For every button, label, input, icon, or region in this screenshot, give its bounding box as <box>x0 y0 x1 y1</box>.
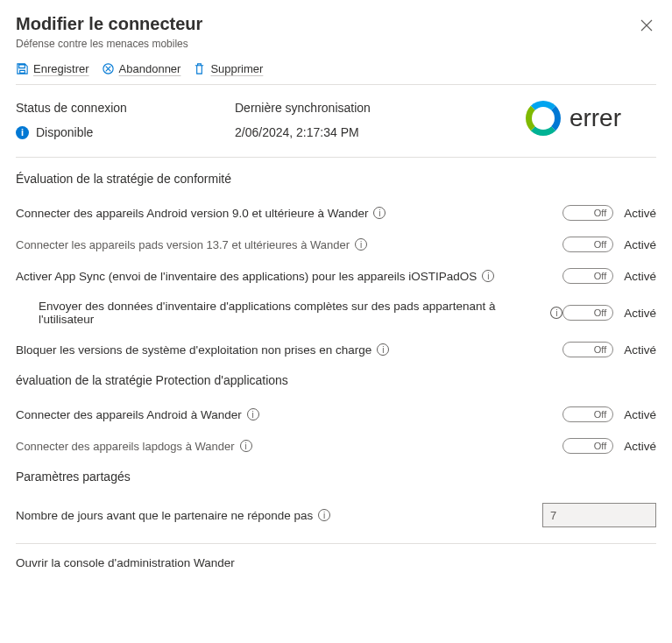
toggle-pads-compliance[interactable]: Off <box>562 237 613 252</box>
connection-status-label: Status de connexion <box>16 101 217 115</box>
divider <box>16 543 656 544</box>
setting-appsync: Activer App Sync (envoi de l'inventaire … <box>16 270 562 283</box>
info-icon[interactable]: i <box>247 408 259 420</box>
setting-full-inventory: Envoyer des données d'inventaire d'appli… <box>16 300 562 326</box>
brand-circle-icon <box>526 101 561 136</box>
setting-block-unsupported: Bloquer les versions de système d'exploi… <box>16 343 562 357</box>
toggle-appsync[interactable]: Off <box>562 268 613 284</box>
info-icon[interactable]: i <box>377 343 389 356</box>
save-label: Enregistrer <box>33 62 89 75</box>
delete-label: Supprimer <box>210 62 263 75</box>
days-input[interactable] <box>542 503 656 527</box>
page-title: Modifier le connecteur <box>16 14 202 34</box>
save-button[interactable]: Enregistrer <box>16 62 89 75</box>
divider <box>16 84 656 85</box>
toggle-on-label: Activé <box>624 307 656 320</box>
lastsync-value: 2/06/2024, 2:17:34 PM <box>235 125 359 139</box>
setting-days-unresponsive: Nombre de jours avant que le partenaire … <box>16 509 542 522</box>
section-compliance: Évaluation de la stratégie de conformité <box>16 172 656 186</box>
setting-lapdogs-app: Connecter des appareils lapdogs à Wander… <box>16 440 562 453</box>
discard-button[interactable]: Abandonner <box>102 62 181 75</box>
info-icon[interactable]: i <box>373 207 386 219</box>
toggle-on-label: Activé <box>624 238 656 251</box>
info-icon[interactable]: i <box>550 307 562 319</box>
toggle-on-label: Activé <box>624 207 656 220</box>
page-subtitle: Défense contre les menaces mobiles <box>16 38 202 50</box>
brand-text: errer <box>569 104 621 132</box>
toggle-on-label: Activé <box>624 270 656 283</box>
divider <box>16 157 656 158</box>
toggle-android-compliance[interactable]: Off <box>562 205 613 221</box>
discard-icon <box>102 62 115 75</box>
discard-label: Abandonner <box>119 62 181 75</box>
info-icon[interactable]: i <box>355 238 367 251</box>
delete-button[interactable]: Supprimer <box>193 62 263 75</box>
toolbar: Enregistrer Abandonner Supprimer <box>16 62 656 75</box>
toggle-android-app[interactable]: Off <box>562 406 613 422</box>
trash-icon <box>193 62 206 75</box>
save-icon <box>16 62 29 75</box>
connection-status-value: Disponible <box>36 125 93 139</box>
info-icon[interactable]: i <box>318 509 330 521</box>
info-icon[interactable]: i <box>240 440 252 452</box>
info-status-icon: i <box>16 126 29 139</box>
toggle-on-label: Activé <box>624 343 656 357</box>
toggle-lapdogs-app[interactable]: Off <box>562 438 613 454</box>
toggle-on-label: Activé <box>624 440 656 453</box>
info-icon[interactable]: i <box>482 270 494 282</box>
toggle-block-unsupported[interactable]: Off <box>562 342 613 357</box>
brand-logo: errer <box>454 101 656 136</box>
open-console-link[interactable]: Ouvrir la console d'administration Wande… <box>16 556 656 569</box>
setting-android-app: Connecter des appareils Android à Wander… <box>16 408 562 421</box>
setting-android-compliance: Connecter des appareils Android version … <box>16 207 562 220</box>
close-icon <box>640 19 653 32</box>
section-shared: Paramètres partagés <box>16 470 656 484</box>
toggle-on-label: Activé <box>624 408 656 421</box>
section-appprotection: évaluation de la stratégie Protection d'… <box>16 373 656 387</box>
setting-pads-compliance: Connecter les appareils pads version 13.… <box>16 238 562 251</box>
lastsync-label: Dernière synchronisation <box>235 101 436 115</box>
close-button[interactable] <box>637 14 656 39</box>
toggle-full-inventory[interactable]: Off <box>562 305 613 321</box>
